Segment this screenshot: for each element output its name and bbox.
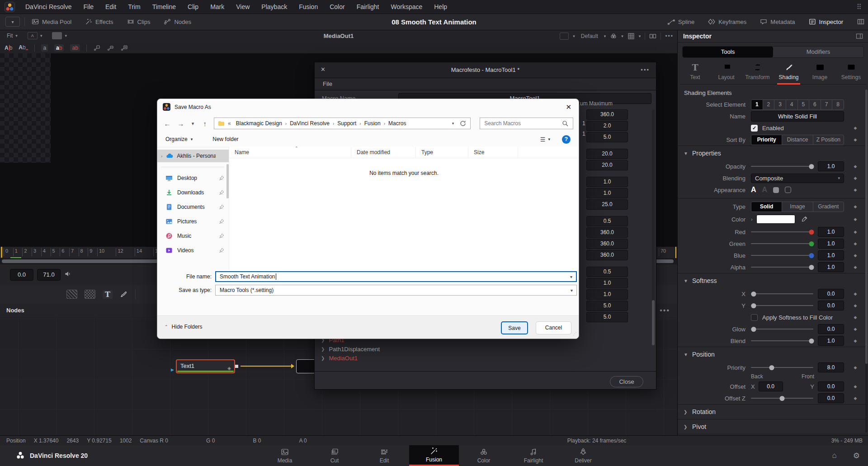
macro-value-field[interactable]: 360.0 — [586, 239, 628, 249]
tool-tab-transform[interactable]: Transform — [742, 60, 773, 84]
element-button-4[interactable]: 4 — [786, 100, 798, 109]
tool-tab-image[interactable]: Image — [804, 60, 835, 84]
word-level-icon[interactable]: ab — [54, 44, 64, 52]
glow-value[interactable]: 0.0 — [818, 324, 844, 334]
range-in-field[interactable]: 0.0 — [10, 269, 33, 281]
forward-icon[interactable]: → — [176, 120, 185, 127]
file-name-input[interactable]: Smooth Text Animation ▾ — [215, 271, 577, 282]
sort-button-z-position[interactable]: Z Position — [813, 135, 844, 145]
settings-gear-icon[interactable]: ⚙ — [853, 451, 860, 461]
alpha-slider[interactable] — [751, 267, 813, 268]
sidebar-item-onedrive[interactable]: › Akhlis - Persona — [157, 150, 229, 162]
enabled-checkbox[interactable]: ✓ — [751, 125, 758, 132]
type-button-gradient[interactable]: Gradient — [813, 202, 844, 212]
menu-davinci-resolve[interactable]: DaVinci Resolve — [19, 3, 77, 10]
element-button-3[interactable]: 3 — [774, 100, 786, 109]
menu-file[interactable]: File — [77, 3, 99, 10]
softness-y-slider[interactable] — [751, 305, 813, 306]
dialog-titlebar[interactable]: Save Macro As ✕ — [157, 99, 579, 115]
element-button-6[interactable]: 6 — [809, 100, 821, 109]
blue-value[interactable]: 1.0 — [818, 250, 844, 260]
back-icon[interactable]: ← — [163, 120, 172, 127]
macro-value-field[interactable]: 2.0 — [586, 121, 628, 131]
keyframe-icon[interactable]: ◆ — [844, 253, 867, 258]
appearance-border-box-icon[interactable] — [785, 187, 791, 193]
toolbar-item-inspector[interactable]: Inspector — [802, 14, 850, 30]
keyframe-icon[interactable]: ◆ — [844, 303, 867, 308]
offset-y-value[interactable]: 0.0 — [818, 381, 844, 391]
sort-button-priority[interactable]: Priority — [751, 135, 782, 145]
nodes-options-icon[interactable]: ••• — [660, 304, 670, 317]
text-style-icon[interactable]: Ab▪▪ — [19, 44, 28, 52]
element-button-1[interactable]: 1 — [751, 100, 763, 109]
keyframe-icon[interactable]: ◆ — [844, 327, 867, 331]
save-button[interactable]: Save — [501, 321, 528, 334]
offset-z-value[interactable]: 0.0 — [818, 393, 844, 403]
menu-fusion[interactable]: Fusion — [293, 3, 324, 10]
macro-value-field[interactable]: 20.0 — [586, 160, 628, 170]
macro-value-field[interactable]: 360.0 — [586, 250, 628, 260]
opacity-value[interactable]: 1.0 — [818, 161, 844, 171]
menu-fairlight[interactable]: Fairlight — [351, 3, 385, 10]
keyframe-icon[interactable]: ◆ — [844, 384, 867, 389]
page-tab-cut[interactable]: Cut — [310, 445, 359, 466]
rotation-section[interactable]: ❯Rotation — [678, 404, 868, 419]
sidebar-item-documents[interactable]: Documents — [157, 200, 229, 214]
position-section[interactable]: ▼Position — [678, 347, 868, 362]
page-tab-edit[interactable]: Edit — [359, 445, 409, 466]
blend-value[interactable]: 1.0 — [818, 336, 844, 346]
view-mode-icon[interactable]: ☰ — [540, 136, 546, 143]
keyframe-icon[interactable]: ◆ — [844, 339, 867, 343]
macro-scrollbar[interactable] — [652, 109, 655, 345]
keyframe-icon[interactable]: ◆ — [844, 315, 867, 320]
green-slider[interactable] — [751, 243, 813, 244]
toolbar-item-keyframes[interactable]: Keyframes — [701, 14, 753, 30]
text-plus-tool-icon[interactable]: T — [103, 290, 113, 299]
sidebar-item-pictures[interactable]: Pictures — [157, 214, 229, 229]
appearance-outline-icon[interactable]: A — [762, 186, 768, 194]
page-tab-media[interactable]: Media — [260, 445, 310, 466]
sidebar-item-videos[interactable]: Videos — [157, 243, 229, 258]
page-tab-deliver[interactable]: Deliver — [558, 445, 608, 466]
save-type-dropdown[interactable]: Macro Tools (*.setting) ▾ — [215, 285, 577, 296]
macro-value-field[interactable]: 5.0 — [586, 312, 628, 322]
keyframe-icon[interactable]: ◆ — [844, 265, 867, 269]
lut-dropdown[interactable]: Default — [579, 33, 600, 39]
type-button-solid[interactable]: Solid — [751, 202, 782, 212]
toolbar-item-effects[interactable]: Effects — [78, 14, 120, 30]
menu-color[interactable]: Color — [324, 3, 350, 10]
keyframe-icon[interactable]: ◆ — [844, 230, 867, 234]
element-button-7[interactable]: 7 — [821, 100, 833, 109]
macro-value-field[interactable]: 1.0 — [586, 289, 628, 300]
macro-value-field[interactable]: 0.5 — [586, 267, 628, 277]
menu-playback[interactable]: Playback — [255, 3, 293, 10]
menu-clip[interactable]: Clip — [182, 3, 204, 10]
sidebar-item-music[interactable]: Music — [157, 229, 229, 243]
macro-value-field[interactable]: 1.0 — [586, 177, 628, 187]
element-button-5[interactable]: 5 — [798, 100, 810, 109]
macro-options-icon[interactable]: ••• — [641, 62, 650, 78]
appearance-solid-icon[interactable]: A — [751, 186, 756, 194]
tool-tab-text[interactable]: TText — [679, 60, 711, 84]
sort-ascending-icon[interactable]: ⌃ — [295, 146, 298, 151]
properties-section[interactable]: ▼Properties — [678, 146, 868, 160]
recent-locations-icon[interactable]: ▾ — [190, 121, 196, 127]
home-icon[interactable]: ⌂ — [832, 451, 836, 460]
alpha-value[interactable]: 1.0 — [818, 262, 844, 272]
keyframe-icon[interactable]: ◆ — [844, 396, 867, 400]
eyedropper-icon[interactable] — [801, 216, 808, 223]
macro-value-field[interactable]: 1.0 — [586, 278, 628, 288]
keyframe-icon[interactable]: ◆ — [844, 137, 867, 142]
softness-x-slider[interactable] — [751, 293, 813, 294]
keyframe-icon[interactable]: ◆ — [844, 365, 867, 370]
tool-tab-layout[interactable]: Layout — [711, 60, 742, 84]
up-icon[interactable]: ↑ — [200, 120, 209, 127]
organize-button[interactable]: Organize▾ — [165, 136, 193, 142]
inspector-tab-modifiers[interactable]: Modifiers — [773, 47, 863, 57]
glow-slider[interactable] — [751, 329, 813, 329]
column-header-size[interactable]: Size — [468, 147, 518, 158]
offset-x-value[interactable]: 0.0 — [759, 381, 783, 391]
menu-trim[interactable]: Trim — [122, 3, 146, 10]
sort-button-distance[interactable]: Distance — [782, 135, 813, 145]
gamut-icon[interactable] — [610, 33, 617, 40]
